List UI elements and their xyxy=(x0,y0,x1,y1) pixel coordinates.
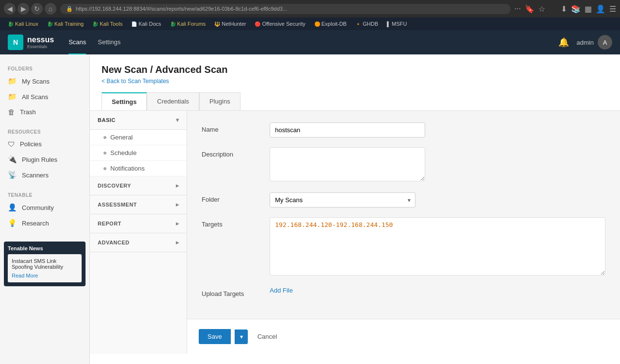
bookmark-kali-forums[interactable]: 🐉 Kali Forums xyxy=(166,19,210,28)
sidebar-item-trash[interactable]: 🗑 Trash xyxy=(0,104,89,120)
browser-chrome: ◀ ▶ ↻ ⌂ 🔒 https://192.168.244.128:8834/#… xyxy=(0,0,620,17)
name-control xyxy=(270,122,605,138)
user-area[interactable]: admin A xyxy=(577,35,612,50)
logo-area: N nessus Essentials xyxy=(8,35,54,50)
read-more-link[interactable]: Read More xyxy=(12,273,78,278)
home-button[interactable]: ⌂ xyxy=(45,3,56,15)
form-and-footer: Name Description xyxy=(187,111,620,354)
add-file-link[interactable]: Add File xyxy=(270,287,293,294)
section-report-header[interactable]: REPORT ▸ xyxy=(90,214,187,233)
page-title: New Scan / Advanced Scan xyxy=(102,64,608,75)
sidebar-item-scanners[interactable]: 📡 Scanners xyxy=(0,167,89,183)
cancel-button[interactable]: Cancel xyxy=(252,329,283,344)
section-assessment-header[interactable]: ASSESSMENT ▸ xyxy=(90,195,187,214)
download-icon[interactable]: ⬇ xyxy=(561,4,567,14)
save-dropdown-button[interactable]: ▾ xyxy=(235,329,248,344)
top-nav-right: 🔔 admin A xyxy=(558,35,612,50)
logo-text-area: nessus Essentials xyxy=(27,35,54,49)
my-scans-icon: 📁 xyxy=(8,77,17,86)
sub-item-schedule[interactable]: Schedule xyxy=(90,145,187,161)
notifications-bell-icon[interactable]: 🔔 xyxy=(558,37,569,48)
back-button[interactable]: ◀ xyxy=(4,3,16,15)
bookmark-kali-docs[interactable]: 📄 Kali Docs xyxy=(127,19,165,28)
trash-label: Trash xyxy=(20,108,36,116)
notifications-dot-icon xyxy=(103,167,106,170)
general-label: General xyxy=(110,134,133,141)
advanced-chevron-icon: ▸ xyxy=(176,239,179,246)
save-button[interactable]: Save xyxy=(199,329,231,344)
address-bar[interactable]: 🔒 https://192.168.244.128:8834/#/scans/r… xyxy=(60,4,511,14)
pocket-icon[interactable]: 🔖 xyxy=(525,4,534,14)
targets-textarea[interactable]: 192.168.244.120-192.168.244.150 xyxy=(270,217,605,276)
basic-chevron-icon: ▾ xyxy=(176,117,179,123)
bookmark-msfu[interactable]: ▌ MSFU xyxy=(383,19,411,28)
forward-button[interactable]: ▶ xyxy=(17,3,29,15)
back-to-templates-link[interactable]: < Back to Scan Templates xyxy=(102,78,169,85)
bookmark-kali-training[interactable]: 🐉 Kali Training xyxy=(43,19,88,28)
sidebar-item-community[interactable]: 👤 Community xyxy=(0,200,89,215)
logo-name: nessus xyxy=(27,35,54,44)
section-advanced-header[interactable]: ADVANCED ▸ xyxy=(90,233,187,252)
reload-button[interactable]: ↻ xyxy=(31,3,43,15)
top-nav-links: Scans Settings xyxy=(69,31,121,54)
discovery-chevron-icon: ▸ xyxy=(176,182,179,189)
scanners-label: Scanners xyxy=(22,172,49,179)
tab-settings[interactable]: Settings xyxy=(102,92,147,110)
targets-label: Targets xyxy=(202,217,260,228)
name-input[interactable] xyxy=(270,122,425,138)
tab-bar: Settings Credentials Plugins xyxy=(102,92,608,110)
policies-label: Policies xyxy=(20,140,42,148)
tenable-news-content: Instacart SMS Link Spoofing Vulnerabilit… xyxy=(8,254,82,282)
description-textarea[interactable] xyxy=(270,147,425,181)
plugin-rules-label: Plugin Rules xyxy=(22,156,57,163)
sidebar-item-my-scans[interactable]: 📁 My Scans xyxy=(0,73,89,89)
report-chevron-icon: ▸ xyxy=(176,220,179,227)
user-avatar: A xyxy=(598,35,612,50)
logo-sub: Essentials xyxy=(27,44,54,49)
menu-icon[interactable]: ☰ xyxy=(609,4,616,14)
upload-targets-label: Upload Targets xyxy=(202,287,260,297)
folder-control: My Scans All Scans Trash ▾ xyxy=(270,192,605,208)
scanners-icon: 📡 xyxy=(8,171,17,179)
bookmark-kali-tools[interactable]: 🐉 Kali Tools xyxy=(88,19,126,28)
tab-plugins[interactable]: Plugins xyxy=(199,92,241,110)
bookmark-exploit-db[interactable]: 🟠 Exploit-DB xyxy=(310,19,351,28)
section-discovery-header[interactable]: DISCOVERY ▸ xyxy=(90,176,187,195)
address-text: https://192.168.244.128:8834/#/scans/rep… xyxy=(76,6,287,12)
resources-label: RESOURCES xyxy=(0,125,89,137)
section-assessment-label: ASSESSMENT xyxy=(98,202,137,208)
sidebar-item-research[interactable]: 💡 Research xyxy=(0,215,89,231)
description-control xyxy=(270,147,605,183)
sidebar-item-policies[interactable]: 🛡 Policies xyxy=(0,137,89,152)
research-icon: 💡 xyxy=(8,219,17,227)
bookmark-kali-linux[interactable]: 🐉 Kali Linux xyxy=(4,19,42,28)
tenable-news-box: Tenable News Instacart SMS Link Spoofing… xyxy=(4,242,86,286)
sub-item-notifications[interactable]: Notifications xyxy=(90,161,187,176)
tab-credentials[interactable]: Credentials xyxy=(147,92,199,110)
star-icon[interactable]: ☆ xyxy=(538,4,545,14)
layout-icon[interactable]: ▦ xyxy=(585,4,592,14)
section-advanced-label: ADVANCED xyxy=(98,240,130,245)
general-dot-icon xyxy=(103,136,106,139)
account-icon[interactable]: 👤 xyxy=(596,4,605,14)
nav-link-scans[interactable]: Scans xyxy=(69,31,86,54)
section-discovery-label: DISCOVERY xyxy=(98,183,131,189)
library-icon[interactable]: 📚 xyxy=(571,4,581,14)
sidebar-item-plugin-rules[interactable]: 🔌 Plugin Rules xyxy=(0,152,89,167)
sidebar-item-all-scans[interactable]: 📁 All Scans xyxy=(0,89,89,104)
upload-targets-row: Upload Targets Add File xyxy=(202,287,605,297)
bookmark-offensive-security[interactable]: 🔴 Offensive Security xyxy=(251,19,309,28)
sub-item-general[interactable]: General xyxy=(90,130,187,145)
description-row: Description xyxy=(202,147,605,183)
folders-label: FOLDERS xyxy=(0,62,89,73)
folder-label: Folder xyxy=(202,192,260,203)
bookmark-ghdb[interactable]: 🔸 GHDB xyxy=(351,19,382,28)
nav-link-settings[interactable]: Settings xyxy=(98,31,121,54)
more-icon[interactable]: ··· xyxy=(515,4,521,13)
section-basic-header[interactable]: BASIC ▾ xyxy=(90,111,187,130)
schedule-label: Schedule xyxy=(110,149,137,156)
bookmark-nethunter[interactable]: 🔱 NetHunter xyxy=(210,19,250,28)
research-label: Research xyxy=(22,220,49,227)
bookmarks-bar: 🐉 Kali Linux 🐉 Kali Training 🐉 Kali Tool… xyxy=(0,17,620,30)
folder-select[interactable]: My Scans All Scans Trash xyxy=(270,192,415,208)
